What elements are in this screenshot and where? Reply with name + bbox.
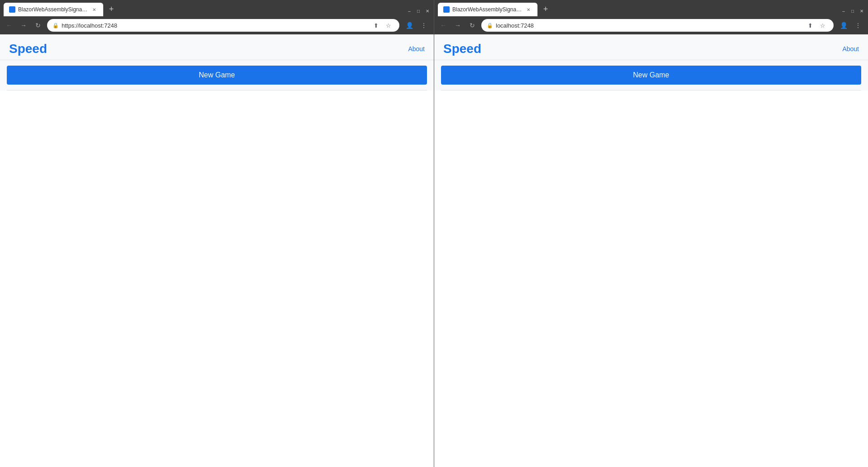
title-bar-left: BlazorWebAssemblySignalRApp ✕ + – □ ✕ xyxy=(0,0,434,16)
bookmark-icon-left[interactable]: ☆ xyxy=(383,20,394,31)
address-bar-right: ← → ↻ 🔒 localhost:7248 ⬆ ☆ 👤 ⋮ xyxy=(434,16,868,34)
url-actions-right: ⬆ ☆ xyxy=(805,20,828,31)
tab-favicon-right xyxy=(443,6,450,13)
minimize-btn-right[interactable]: – xyxy=(841,8,846,14)
tab-favicon-left xyxy=(9,6,15,13)
maximize-btn-right[interactable]: □ xyxy=(850,8,855,14)
maximize-btn-left[interactable]: □ xyxy=(416,8,421,14)
new-game-area-left: New Game xyxy=(0,60,434,90)
forward-btn-right[interactable]: → xyxy=(452,20,463,31)
about-link-left[interactable]: About xyxy=(408,45,425,52)
address-bar-actions-left: 👤 ⋮ xyxy=(403,19,430,32)
new-game-area-right: New Game xyxy=(434,60,868,90)
app-nav-right: Speed About xyxy=(434,34,868,60)
window-controls-left: – □ ✕ xyxy=(407,8,430,14)
url-actions-left: ⬆ ☆ xyxy=(370,20,394,31)
tab-close-right[interactable]: ✕ xyxy=(525,6,532,13)
address-bar-left: ← → ↻ 🔒 https://localhost:7248 ⬆ ☆ 👤 ⋮ xyxy=(0,16,434,34)
tab-close-left[interactable]: ✕ xyxy=(91,6,98,13)
share-icon-left[interactable]: ⬆ xyxy=(370,20,381,31)
back-btn-left[interactable]: ← xyxy=(4,20,14,31)
close-btn-left[interactable]: ✕ xyxy=(425,8,430,14)
profile-icon-right[interactable]: 👤 xyxy=(837,19,850,32)
page-content-left: Speed About New Game xyxy=(0,34,434,467)
title-bar-right: BlazorWebAssemblySignalRApp ✕ + – □ ✕ xyxy=(434,0,868,16)
tab-right[interactable]: BlazorWebAssemblySignalRApp ✕ xyxy=(438,3,537,16)
new-game-btn-left[interactable]: New Game xyxy=(7,66,427,85)
back-btn-right[interactable]: ← xyxy=(438,20,449,31)
app-title-right[interactable]: Speed xyxy=(443,42,481,56)
minimize-btn-left[interactable]: – xyxy=(407,8,412,14)
close-btn-right[interactable]: ✕ xyxy=(859,8,864,14)
app-nav-left: Speed About xyxy=(0,34,434,60)
url-text-left: https://localhost:7248 xyxy=(62,22,368,29)
url-bar-right[interactable]: 🔒 localhost:7248 ⬆ ☆ xyxy=(481,19,834,32)
more-icon-left[interactable]: ⋮ xyxy=(417,19,430,32)
tab-strip-left: BlazorWebAssemblySignalRApp ✕ + xyxy=(4,0,403,16)
url-text-right: localhost:7248 xyxy=(496,22,802,29)
more-icon-right[interactable]: ⋮ xyxy=(852,19,864,32)
browsers-container: BlazorWebAssemblySignalRApp ✕ + – □ ✕ ← … xyxy=(0,0,868,467)
new-tab-btn-left[interactable]: + xyxy=(105,3,118,15)
profile-icon-left[interactable]: 👤 xyxy=(403,19,416,32)
app-title-left[interactable]: Speed xyxy=(9,42,47,56)
new-tab-btn-right[interactable]: + xyxy=(539,3,552,15)
url-bar-left[interactable]: 🔒 https://localhost:7248 ⬆ ☆ xyxy=(47,19,399,32)
forward-btn-left[interactable]: → xyxy=(18,20,29,31)
new-game-btn-right[interactable]: New Game xyxy=(441,66,861,85)
tab-title-left: BlazorWebAssemblySignalRApp xyxy=(18,6,88,13)
tab-title-right: BlazorWebAssemblySignalRApp xyxy=(452,6,522,13)
browser-window-left: BlazorWebAssemblySignalRApp ✕ + – □ ✕ ← … xyxy=(0,0,434,467)
main-content-left xyxy=(0,91,434,467)
reload-btn-left[interactable]: ↻ xyxy=(33,20,43,31)
page-content-right: Speed About New Game xyxy=(434,34,868,467)
lock-icon-left: 🔒 xyxy=(53,23,59,29)
about-link-right[interactable]: About xyxy=(842,45,859,52)
window-controls-right: – □ ✕ xyxy=(841,8,864,14)
browser-window-right: BlazorWebAssemblySignalRApp ✕ + – □ ✕ ← … xyxy=(434,0,868,467)
bookmark-icon-right[interactable]: ☆ xyxy=(817,20,828,31)
reload-btn-right[interactable]: ↻ xyxy=(467,20,478,31)
tab-strip-right: BlazorWebAssemblySignalRApp ✕ + xyxy=(438,0,837,16)
main-content-right xyxy=(434,91,868,467)
share-icon-right[interactable]: ⬆ xyxy=(805,20,815,31)
lock-icon-right: 🔒 xyxy=(487,23,493,29)
address-bar-actions-right: 👤 ⋮ xyxy=(837,19,864,32)
tab-left[interactable]: BlazorWebAssemblySignalRApp ✕ xyxy=(4,3,103,16)
